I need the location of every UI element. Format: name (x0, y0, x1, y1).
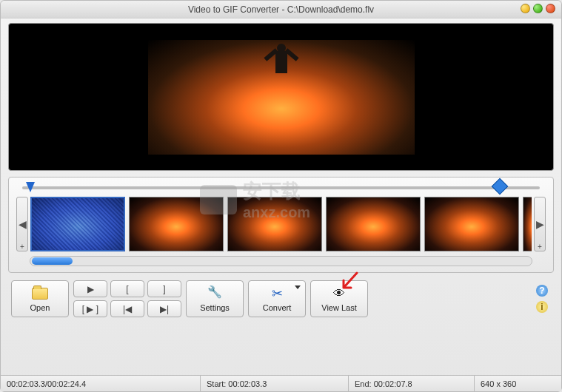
chevron-right-icon: ▶ (536, 218, 544, 230)
seek-track[interactable] (22, 186, 540, 189)
thumbnail[interactable] (326, 197, 421, 251)
video-preview[interactable] (8, 23, 554, 171)
minimize-button[interactable] (521, 4, 530, 13)
thumbs-next-button[interactable]: ▶+ (534, 197, 546, 251)
preview-figure (267, 44, 296, 81)
mark-in-button[interactable]: [ (110, 280, 144, 297)
timeline-panel: ◀+ ▶+ (8, 177, 554, 273)
thumbs-prev-button[interactable]: ◀+ (16, 197, 28, 251)
titlebar: Video to GIF Converter - C:\Download\dem… (1, 1, 561, 18)
thumbnail[interactable] (523, 197, 532, 251)
convert-button[interactable]: Convert (248, 280, 306, 317)
annotation-arrow (338, 271, 360, 294)
help-icons: ? i (533, 280, 551, 317)
view-last-label: View Last (321, 303, 357, 312)
thumbnail[interactable] (424, 197, 519, 251)
convert-label: Convert (263, 303, 292, 312)
wrench-icon (207, 286, 222, 301)
thumbnail[interactable] (129, 197, 224, 251)
settings-button[interactable]: Settings (186, 280, 244, 317)
plus-icon: + (20, 243, 24, 251)
window-controls (521, 4, 555, 13)
seek-bar[interactable] (15, 182, 547, 194)
scissors-icon (269, 286, 285, 301)
thumbnails (30, 197, 532, 251)
status-bar: 00:02:03.3/00:02:24.4 Start: 00:02:03.3 … (1, 375, 561, 391)
folder-icon (32, 286, 48, 301)
close-button[interactable] (546, 4, 555, 13)
maximize-button[interactable] (533, 4, 543, 13)
window-title: Video to GIF Converter - C:\Download\dem… (188, 4, 374, 15)
thumbnail[interactable] (227, 197, 322, 251)
play-range-button[interactable]: [ ▶ ] (73, 300, 107, 317)
prev-frame-button[interactable]: |◀ (110, 300, 144, 317)
dropdown-arrow-icon[interactable] (295, 285, 301, 289)
app-window: Video to GIF Converter - C:\Download\dem… (0, 0, 562, 392)
toolbar: Open ▶ [ ] [ ▶ ] |◀ ▶| Settings Convert (8, 276, 554, 322)
thumbnail-selected[interactable] (30, 197, 125, 251)
thumbs-scrollbar[interactable] (30, 256, 532, 266)
mark-out-button[interactable]: ] (147, 280, 181, 297)
info-button[interactable]: i (536, 301, 548, 313)
play-button[interactable]: ▶ (73, 280, 107, 297)
help-button[interactable]: ? (536, 285, 548, 297)
range-start-marker[interactable] (26, 182, 35, 192)
status-end: End: 00:02:07.8 (349, 376, 475, 391)
content-area: ◀+ ▶+ Open ▶ (1, 18, 561, 375)
chevron-left-icon: ◀ (19, 218, 27, 230)
next-frame-button[interactable]: ▶| (147, 300, 181, 317)
plus-icon: + (538, 243, 542, 251)
status-time: 00:02:03.3/00:02:24.4 (1, 376, 201, 391)
settings-label: Settings (200, 303, 230, 312)
open-button[interactable]: Open (11, 280, 69, 317)
preview-frame (148, 40, 415, 155)
status-dimensions: 640 x 360 (475, 376, 561, 391)
scrollbar-thumb[interactable] (32, 257, 73, 265)
open-label: Open (30, 303, 50, 312)
range-end-marker[interactable] (494, 182, 503, 192)
playback-grid: ▶ [ ] [ ▶ ] |◀ ▶| (73, 280, 181, 317)
status-start: Start: 00:02:03.3 (201, 376, 349, 391)
thumbnail-strip: ◀+ ▶+ (15, 194, 547, 253)
